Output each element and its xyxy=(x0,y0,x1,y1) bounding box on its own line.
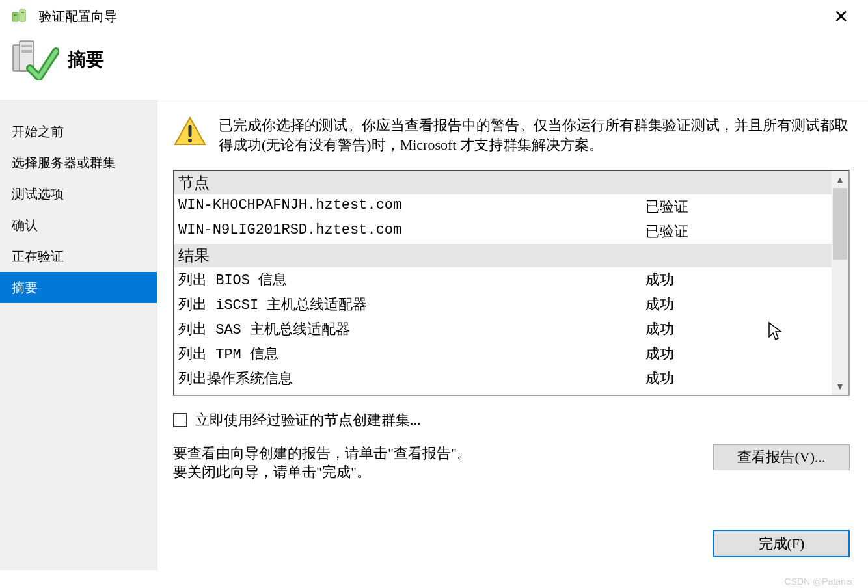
create-cluster-checkbox-row[interactable]: 立即使用经过验证的节点创建群集... xyxy=(173,410,850,430)
result-row: 列出 SAS 主机总线适配器 成功 xyxy=(174,317,832,341)
view-report-button[interactable]: 查看报告(V)... xyxy=(713,444,850,470)
result-status: 成功 xyxy=(645,270,828,289)
svg-rect-7 xyxy=(21,50,32,53)
title-bar: 验证配置向导 ✕ xyxy=(0,0,868,31)
results-panel: 节点 WIN-KHOCHPAFNJH.hztest.com 已验证 WIN-N9… xyxy=(173,170,850,396)
main-content: 已完成你选择的测试。你应当查看报告中的警告。仅当你运行所有群集验证测试，并且所有… xyxy=(157,100,868,570)
bottom-row: 要查看由向导创建的报告，请单击"查看报告"。 要关闭此向导，请单击"完成"。 查… xyxy=(173,444,850,481)
sidebar-item-before-begin[interactable]: 开始之前 xyxy=(0,116,157,147)
result-name: 列出 BIOS 信息 xyxy=(178,270,645,289)
result-row: 列出 iSCSI 主机总线适配器 成功 xyxy=(174,292,832,317)
result-status: 成功 xyxy=(645,369,828,388)
sidebar-item-summary[interactable]: 摘要 xyxy=(0,272,157,303)
scroll-thumb[interactable] xyxy=(833,188,847,260)
result-row: WIN-KHOCHPAFNJH.hztest.com 已验证 xyxy=(174,194,832,219)
result-row: 列出操作系统信息 成功 xyxy=(174,366,832,391)
svg-rect-6 xyxy=(21,45,32,47)
result-name: 列出操作系统信息 xyxy=(178,369,645,388)
result-status: 成功 xyxy=(645,319,828,339)
group-header-nodes: 节点 xyxy=(174,171,832,194)
page-title: 摘要 xyxy=(68,47,104,72)
result-status: 已验证 xyxy=(645,197,828,217)
svg-rect-3 xyxy=(21,12,24,13)
header-section: 摘要 xyxy=(0,31,868,100)
watermark: CSDN @Patanis xyxy=(785,576,852,587)
result-row: WIN-N9LIG201RSD.hztest.com 已验证 xyxy=(174,219,832,244)
result-status: 已验证 xyxy=(645,222,828,241)
scroll-up-button[interactable]: ▲ xyxy=(832,171,848,188)
group-header-results: 结果 xyxy=(174,244,832,267)
scroll-down-button[interactable]: ▼ xyxy=(832,378,848,395)
svg-rect-0 xyxy=(12,12,18,21)
checkbox-icon[interactable] xyxy=(173,413,187,427)
scrollbar[interactable]: ▲ ▼ xyxy=(832,171,848,395)
message-row: 已完成你选择的测试。你应当查看报告中的警告。仅当你运行所有群集验证测试，并且所有… xyxy=(173,116,850,154)
svg-rect-2 xyxy=(14,14,17,16)
window-title: 验证配置向导 xyxy=(39,8,117,25)
wizard-cluster-icon xyxy=(12,8,30,25)
sidebar-item-validating[interactable]: 正在验证 xyxy=(0,241,157,272)
result-name: 列出 iSCSI 主机总线适配器 xyxy=(178,295,645,314)
results-scroll[interactable]: 节点 WIN-KHOCHPAFNJH.hztest.com 已验证 WIN-N9… xyxy=(174,171,848,395)
result-row: 列出 TPM 信息 成功 xyxy=(174,341,832,366)
result-name: 列出 SAS 主机总线适配器 xyxy=(178,319,645,339)
svg-rect-8 xyxy=(189,125,192,137)
result-name: WIN-N9LIG201RSD.hztest.com xyxy=(178,222,645,241)
result-row: 列出 BIOS 信息 成功 xyxy=(174,267,832,292)
svg-point-9 xyxy=(188,139,192,142)
button-bar: 完成(F) xyxy=(713,530,850,557)
svg-rect-1 xyxy=(20,10,25,21)
summary-icon xyxy=(12,40,59,80)
result-status: 成功 xyxy=(645,344,828,364)
body-section: 开始之前 选择服务器或群集 测试选项 确认 正在验证 摘要 已完成你选择的测试。… xyxy=(0,100,868,570)
finish-button[interactable]: 完成(F) xyxy=(713,530,850,557)
hint-line1: 要查看由向导创建的报告，请单击"查看报告"。 xyxy=(173,444,713,463)
result-status: 成功 xyxy=(645,295,828,314)
summary-message: 已完成你选择的测试。你应当查看报告中的警告。仅当你运行所有群集验证测试，并且所有… xyxy=(219,116,850,154)
sidebar-item-select-servers[interactable]: 选择服务器或群集 xyxy=(0,147,157,178)
sidebar-item-confirm[interactable]: 确认 xyxy=(0,209,157,241)
hint-text: 要查看由向导创建的报告，请单击"查看报告"。 要关闭此向导，请单击"完成"。 xyxy=(173,444,713,481)
sidebar: 开始之前 选择服务器或群集 测试选项 确认 正在验证 摘要 xyxy=(0,100,157,570)
result-name: WIN-KHOCHPAFNJH.hztest.com xyxy=(178,197,645,217)
hint-line2: 要关闭此向导，请单击"完成"。 xyxy=(173,463,713,482)
close-button[interactable]: ✕ xyxy=(834,8,848,26)
warning-icon xyxy=(173,116,207,147)
result-name: 列出 TPM 信息 xyxy=(178,344,645,364)
checkbox-label: 立即使用经过验证的节点创建群集... xyxy=(195,410,421,430)
sidebar-item-test-options[interactable]: 测试选项 xyxy=(0,178,157,209)
